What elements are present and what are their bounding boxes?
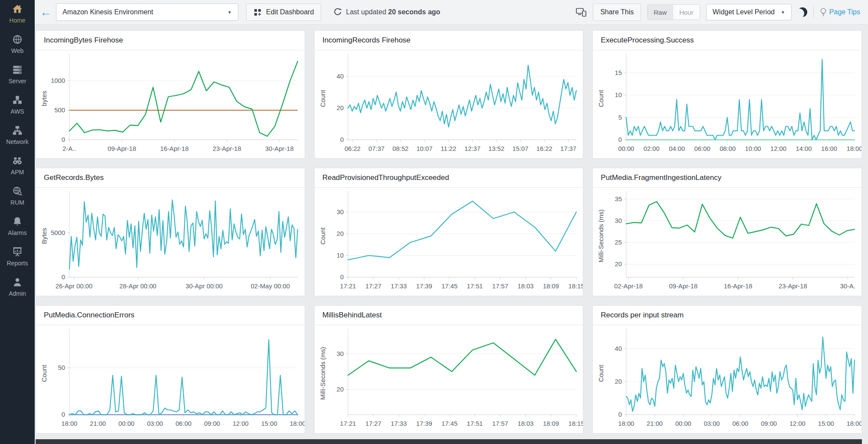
- svg-text:30-Apr 00:00: 30-Apr 00:00: [186, 283, 223, 290]
- line-chart[interactable]: 203017:2117:2717:3317:3917:4517:5117:571…: [315, 325, 583, 433]
- sidebar-item-aws[interactable]: AWS: [0, 95, 35, 115]
- sidebar-item-label: Server: [8, 78, 26, 85]
- sidebar-item-reports[interactable]: Reports: [0, 246, 35, 267]
- svg-text:02-May 00:00: 02-May 00:00: [251, 283, 290, 290]
- svg-text:17:37: 17:37: [560, 145, 576, 152]
- svg-text:0: 0: [62, 136, 65, 143]
- chevron-down-icon: ▼: [227, 10, 232, 15]
- sidebar-item-web[interactable]: Web: [0, 34, 35, 54]
- svg-text:30: 30: [336, 350, 343, 357]
- widget-title: MillisBehindLatest: [315, 306, 583, 325]
- svg-text:23-Apr-18: 23-Apr-18: [213, 145, 241, 152]
- line-chart[interactable]: 0204018:0021:0000:0003:0006:0009:0012:00…: [593, 325, 861, 433]
- back-arrow-icon[interactable]: ←: [40, 7, 52, 18]
- svg-text:23-Apr-18: 23-Apr-18: [779, 283, 807, 290]
- svg-text:09-Apr-18: 09-Apr-18: [669, 283, 698, 290]
- svg-text:bytes: bytes: [41, 91, 48, 106]
- svg-text:10: 10: [336, 252, 343, 259]
- widget-level-period-select[interactable]: Widget Level Period ▼: [706, 4, 792, 20]
- sidebar-item-alarms[interactable]: Alarms: [0, 216, 35, 236]
- period-hour-option[interactable]: Hour: [673, 5, 700, 20]
- dashboard-select-value: Amazon Kinesis Environment: [62, 8, 153, 16]
- svg-text:17:27: 17:27: [365, 283, 381, 290]
- sidebar-item-home[interactable]: Home: [0, 3, 35, 24]
- svg-text:03:00: 03:00: [704, 420, 720, 427]
- bell-icon: [12, 216, 23, 227]
- svg-text:02:00: 02:00: [644, 145, 660, 152]
- svg-text:09:00: 09:00: [761, 420, 777, 427]
- svg-text:06:00: 06:00: [733, 420, 749, 427]
- svg-text:17:27: 17:27: [365, 420, 381, 427]
- svg-text:08:52: 08:52: [392, 145, 408, 152]
- sidebar-item-network[interactable]: Network: [0, 125, 35, 145]
- svg-text:18:09: 18:09: [543, 283, 559, 290]
- svg-text:18:15: 18:15: [568, 283, 583, 290]
- globe-icon: [12, 34, 23, 45]
- svg-text:17:57: 17:57: [492, 283, 508, 290]
- sidebar-item-admin[interactable]: Admin: [0, 277, 35, 297]
- svg-text:18:03: 18:03: [517, 283, 533, 290]
- svg-text:30: 30: [336, 209, 343, 215]
- svg-text:17:51: 17:51: [467, 283, 483, 290]
- widget-title: GetRecords.Bytes: [36, 168, 305, 188]
- svg-text:18:15: 18:15: [568, 420, 583, 427]
- dark-mode-moon-icon[interactable]: [798, 7, 807, 17]
- sidebar-item-server[interactable]: Server: [0, 64, 35, 85]
- sidebar-item-label: Web: [11, 47, 24, 54]
- svg-text:11:22: 11:22: [441, 145, 456, 152]
- line-chart[interactable]: 05018:0021:0000:0003:0006:0009:0012:0015…: [36, 325, 305, 433]
- svg-text:15: 15: [615, 69, 622, 76]
- edit-dashboard-button[interactable]: Edit Dashboard: [246, 3, 321, 21]
- svg-text:21:00: 21:00: [647, 420, 663, 427]
- svg-text:00:00: 00:00: [675, 420, 691, 427]
- sidebar-item-apm[interactable]: APM: [0, 155, 35, 176]
- svg-text:12:00: 12:00: [789, 420, 806, 427]
- svg-text:0: 0: [62, 411, 65, 418]
- svg-text:5000: 5000: [51, 229, 65, 236]
- last-updated-prefix: Last updated: [346, 8, 386, 16]
- svg-text:0: 0: [618, 136, 622, 143]
- dashboard-select[interactable]: Amazon Kinesis Environment ▼: [56, 3, 238, 21]
- svg-text:09:00: 09:00: [204, 420, 220, 427]
- period-raw-option[interactable]: Raw: [648, 5, 673, 20]
- svg-text:17:39: 17:39: [416, 420, 432, 427]
- svg-text:09-Apr-18: 09-Apr-18: [108, 145, 136, 152]
- svg-text:16-Apr-18: 16-Apr-18: [724, 283, 753, 290]
- divider: [813, 7, 814, 18]
- devices-button[interactable]: [575, 7, 587, 17]
- sidebar-item-label: APM: [11, 169, 24, 176]
- sidebar-item-label: RUM: [10, 199, 24, 206]
- refresh-icon[interactable]: [333, 8, 342, 16]
- widget-title: Records per input stream: [593, 306, 861, 325]
- line-chart[interactable]: 05101500:0002:0004:0006:0008:0010:0012:0…: [593, 50, 861, 158]
- line-chart[interactable]: 2025303502-Apr-1809-Apr-1816-Apr-1823-Ap…: [593, 188, 861, 296]
- line-chart[interactable]: 010203017:2117:2717:3317:3917:4517:5117:…: [315, 188, 583, 296]
- svg-text:06:22: 06:22: [345, 145, 361, 152]
- page-tips-link[interactable]: Page Tips: [820, 7, 860, 17]
- chevron-down-icon: ▼: [781, 10, 785, 15]
- svg-text:18:00: 18:00: [289, 420, 304, 427]
- svg-text:02-Apr-18: 02-Apr-18: [615, 283, 643, 290]
- svg-text:Milli-Seconds (ms): Milli-Seconds (ms): [319, 347, 326, 400]
- widget-millisbehindlatest: MillisBehindLatest 203017:2117:2717:3317…: [314, 305, 584, 434]
- svg-text:Bytes: Bytes: [41, 228, 48, 244]
- line-chart[interactable]: 0204006:2207:3708:5210:0711:2212:3713:52…: [315, 50, 583, 158]
- widget-title: PutMedia.ConnectionErrors: [36, 306, 305, 325]
- lightbulb-icon: [820, 7, 827, 17]
- widget-getrecords-bytes: GetRecords.Bytes 0500026-Apr 00:0028-Apr…: [36, 168, 305, 296]
- svg-text:Count: Count: [41, 365, 48, 382]
- line-chart[interactable]: 0500026-Apr 00:0028-Apr 00:0030-Apr 00:0…: [36, 188, 305, 296]
- widget-grid: IncomingBytes Firehose 050010002-A..09-A…: [36, 30, 862, 434]
- svg-text:Count: Count: [598, 365, 605, 382]
- dashboard-content: IncomingBytes Firehose 050010002-A..09-A…: [35, 25, 868, 444]
- sidebar-item-label: Network: [6, 138, 28, 145]
- svg-text:10:07: 10:07: [416, 145, 432, 152]
- svg-text:10:00: 10:00: [745, 145, 761, 152]
- svg-text:15:00: 15:00: [818, 420, 834, 427]
- svg-text:17:33: 17:33: [391, 283, 407, 290]
- bottom-strip: [36, 439, 862, 444]
- share-this-button[interactable]: Share This: [593, 3, 641, 21]
- sidebar-item-rum[interactable]: RUM: [0, 186, 35, 206]
- line-chart[interactable]: 050010002-A..09-Apr-1816-Apr-1823-Apr-18…: [36, 50, 305, 158]
- widget-executeprocessing-success: ExecuteProcessing.Success 05101500:0002:…: [592, 30, 862, 159]
